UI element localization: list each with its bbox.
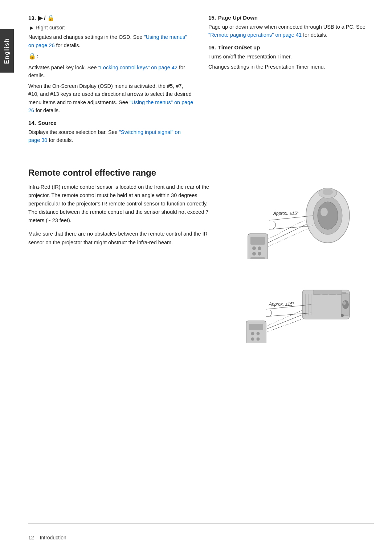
item-13-lock-line: 🔒: <box>28 52 194 61</box>
item-13-heading: 13. ▶ / 🔒 <box>28 15 194 21</box>
item-14: 14. Source Displays the source selection… <box>28 120 194 144</box>
diagram-front-view: Approx. ±15° <box>241 187 357 259</box>
svg-line-8 <box>268 221 313 243</box>
item-13-sub-label: Right cursor: <box>36 24 65 32</box>
top-section: 13. ▶ / 🔒 ▶ Right cursor: Navigates and … <box>28 15 374 150</box>
link-menus-26[interactable]: "Using the menus" on page 26 <box>28 34 187 48</box>
item-14-heading: 14. Source <box>28 120 194 126</box>
svg-point-4 <box>252 252 256 256</box>
link-switching-30[interactable]: "Switching input signal" on page 30 <box>28 129 181 143</box>
diagram-2-svg: Approx. ±15° <box>241 270 357 343</box>
svg-text:Approx. ±15°: Approx. ±15° <box>273 211 299 216</box>
item-14-para-1: Displays the source selection bar. See "… <box>28 128 194 144</box>
diagram-side-view: Approx. ±15° <box>241 270 357 343</box>
remote-section-title: Remote control effective range <box>28 168 374 178</box>
remote-body: Infra-Red (IR) remote control sensor is … <box>28 183 374 343</box>
svg-point-39 <box>343 301 346 305</box>
svg-point-23 <box>251 337 254 340</box>
remote-diagrams: Approx. ±15° <box>223 183 374 343</box>
item-14-number: 14. <box>28 120 36 126</box>
col-left: 13. ▶ / 🔒 ▶ Right cursor: Navigates and … <box>28 15 194 150</box>
footer: 12 Introduction <box>28 523 374 540</box>
item-15-para-1: Page up or down arrow when connected thr… <box>208 23 374 39</box>
remote-section: Remote control effective range Infra-Red… <box>28 168 374 343</box>
svg-point-5 <box>258 252 261 256</box>
main-content: 13. ▶ / 🔒 ▶ Right cursor: Navigates and … <box>14 0 392 555</box>
item-15-title: Page Up/ Down <box>218 15 258 21</box>
item-13-body: ▶ Right cursor: Navigates and changes se… <box>28 24 194 115</box>
item-13-sub-bullet: ▶ Right cursor: <box>30 24 194 32</box>
item-16-title: Timer On/Set up <box>218 44 260 50</box>
item-13-para-2: Activates panel key lock. See "Locking c… <box>28 64 194 80</box>
footer-section-label: Introduction <box>40 535 66 540</box>
lock-icon: 🔒 <box>28 53 36 60</box>
svg-point-13 <box>320 208 328 216</box>
link-menus-26b[interactable]: "Using the menus" on page 26 <box>28 99 193 113</box>
svg-line-9 <box>268 227 313 246</box>
item-13-symbol: ▶ / 🔒 <box>38 15 54 21</box>
item-15-number: 15. <box>208 15 216 21</box>
svg-point-21 <box>251 332 254 335</box>
svg-point-38 <box>342 300 349 309</box>
item-15-heading: 15. Page Up/ Down <box>208 15 374 21</box>
language-tab: English <box>0 29 14 73</box>
svg-point-15 <box>323 189 333 195</box>
item-16-para-1: Turns on/off the Presentation Timer. <box>208 53 374 61</box>
item-13: 13. ▶ / 🔒 ▶ Right cursor: Navigates and … <box>28 15 194 115</box>
remote-para-1: Infra-Red (IR) remote control sensor is … <box>28 183 212 225</box>
page: English 13. ▶ / 🔒 ▶ Right cursor: <box>0 0 392 555</box>
item-16-heading: 16. Timer On/Set up <box>208 44 374 50</box>
link-remote-paging-41[interactable]: "Remote paging operations" on page 41 <box>208 32 302 38</box>
item-13-para-3: When the On-Screen Display (OSD) menu is… <box>28 82 194 115</box>
svg-point-2 <box>252 246 256 250</box>
item-13-para-1: Navigates and changes settings in the OS… <box>28 33 194 49</box>
arrow-icon: ▶ <box>30 24 33 32</box>
link-locking-42[interactable]: "Locking control keys" on page 42 <box>98 65 177 70</box>
remote-para-2: Make sure that there are no obstacles be… <box>28 230 212 246</box>
item-16-number: 16. <box>208 44 216 50</box>
item-15: 15. Page Up/ Down Page up or down arrow … <box>208 15 374 39</box>
svg-line-18 <box>269 226 313 229</box>
svg-rect-20 <box>249 324 263 330</box>
svg-text:Approx. ±15°: Approx. ±15° <box>269 302 294 307</box>
item-13-number: 13. <box>28 15 36 21</box>
diagram-1-svg: Approx. ±15° <box>241 187 357 259</box>
item-16-para-2: Changes settings in the Presentation Tim… <box>208 63 374 71</box>
svg-point-22 <box>256 332 260 335</box>
item-16-body: Turns on/off the Presentation Timer. Cha… <box>208 53 374 71</box>
svg-rect-40 <box>313 290 342 294</box>
item-14-title: Source <box>38 120 57 126</box>
footer-page-number: 12 <box>28 535 34 540</box>
svg-rect-6 <box>250 257 265 259</box>
side-tab: English <box>0 0 14 555</box>
item-15-body: Page up or down arrow when connected thr… <box>208 23 374 39</box>
col-right: 15. Page Up/ Down Page up or down arrow … <box>208 15 374 150</box>
svg-point-3 <box>258 246 261 250</box>
item-14-body: Displays the source selection bar. See "… <box>28 128 194 144</box>
svg-point-12 <box>318 202 338 229</box>
svg-point-41 <box>341 314 344 317</box>
svg-point-24 <box>256 337 260 340</box>
remote-text: Infra-Red (IR) remote control sensor is … <box>28 183 212 343</box>
item-16: 16. Timer On/Set up Turns on/off the Pre… <box>208 44 374 71</box>
svg-rect-1 <box>250 237 265 245</box>
